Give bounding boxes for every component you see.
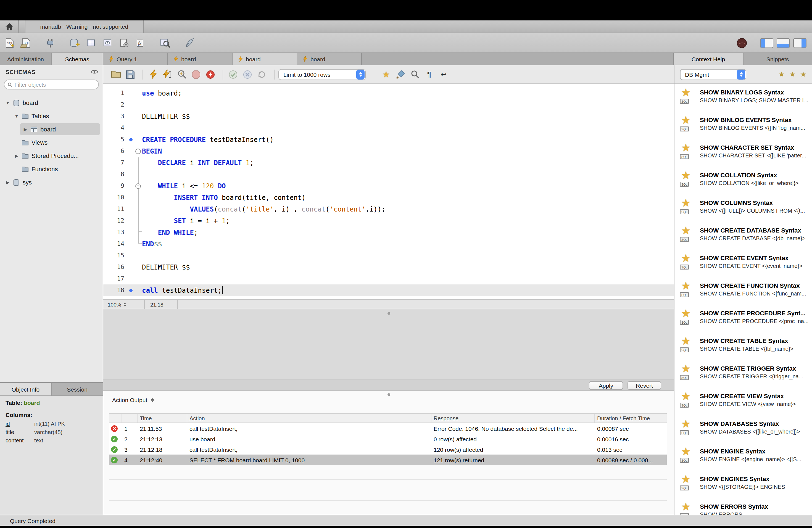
tree-item-stored-procedu-[interactable]: ▶Stored Procedu... [0, 149, 103, 162]
help-entry[interactable]: ★SQLSHOW CREATE FUNCTION SyntaxSHOW CREA… [675, 278, 812, 306]
sql-code-editor[interactable]: 1use board;23DELIMITER $$45CREATE PROCED… [103, 84, 674, 299]
open-script-icon[interactable] [110, 68, 122, 80]
code-line-6[interactable]: 6BEGIN [103, 145, 674, 157]
activity-indicator-icon[interactable] [735, 35, 749, 50]
find-icon[interactable] [409, 68, 421, 80]
toggle-autocommit-icon[interactable] [256, 68, 268, 80]
output-column-header[interactable] [122, 414, 137, 423]
code-line-8[interactable]: 8 [103, 168, 674, 180]
save-script-icon[interactable] [124, 68, 136, 80]
help-entry[interactable]: ★SQLSHOW ERRORS SyntaxSHOW ERRORS [675, 499, 812, 515]
schema-filter-input[interactable] [15, 82, 95, 88]
help-entry[interactable]: ★SQLSHOW CREATE PROCEDURE Synt...SHOW CR… [675, 306, 812, 334]
tab-session[interactable]: Session [52, 383, 103, 395]
code-line-15[interactable]: 15 [103, 250, 674, 261]
query-tab[interactable]: Query 1 [103, 53, 168, 64]
output-column-header[interactable] [109, 414, 122, 423]
snippet-replace-icon[interactable]: ★ [789, 70, 795, 78]
tree-item-board[interactable]: ▶board [0, 122, 103, 136]
code-line-17[interactable]: 17 [103, 273, 674, 284]
code-line-12[interactable]: 12 SET i = i + 1; [103, 215, 674, 226]
disclosure-triangle-icon[interactable]: ▶ [4, 180, 11, 185]
code-line-13[interactable]: 13 END WHILE; [103, 226, 674, 238]
output-column-header[interactable]: Duration / Fetch Time [595, 414, 667, 423]
disclosure-triangle-icon[interactable]: ▼ [4, 100, 11, 105]
help-entry[interactable]: ★SQLSHOW BINARY LOGS SyntaxSHOW BINARY L… [675, 85, 812, 113]
help-entry[interactable]: ★SQLSHOW DATABASES SyntaxSHOW DATABASES … [675, 416, 812, 444]
execute-script-icon[interactable] [147, 68, 159, 80]
new-procedure-icon[interactable] [117, 35, 131, 50]
tab-snippets[interactable]: Snippets [743, 53, 812, 64]
query-tab[interactable]: board [168, 53, 233, 64]
code-line-10[interactable]: 10 INSERT INTO board(title, content) [103, 192, 674, 203]
code-line-3[interactable]: 3DELIMITER $$ [103, 111, 674, 122]
code-fold-icon[interactable] [135, 148, 141, 154]
help-entry[interactable]: ★SQLSHOW CREATE TRIGGER SyntaxSHOW CREAT… [675, 361, 812, 389]
new-connection-icon[interactable] [43, 35, 57, 50]
schema-filter[interactable] [4, 79, 99, 89]
open-sql-file-icon[interactable]: SQL [19, 35, 33, 50]
splitter-grip[interactable] [387, 393, 390, 396]
toggle-stop-on-error-icon[interactable] [204, 68, 217, 80]
help-entry[interactable]: ★SQLSHOW CREATE DATABASE SyntaxSHOW CREA… [675, 223, 812, 251]
tab-context-help[interactable]: Context Help [674, 53, 743, 64]
save-snippet-icon[interactable]: ★ [380, 68, 392, 80]
query-tab[interactable]: board [297, 53, 362, 64]
output-selector-stepper-icon[interactable] [150, 398, 154, 402]
code-line-16[interactable]: 16DELIMITER $$ [103, 261, 674, 273]
help-entry[interactable]: ★SQLSHOW ENGINE SyntaxSHOW ENGINE <{engi… [675, 444, 812, 472]
new-query-tab-icon[interactable]: SQL [2, 35, 17, 50]
revert-button[interactable]: Revert [627, 381, 661, 390]
commit-icon[interactable] [227, 68, 239, 80]
execute-current-statement-icon[interactable] [161, 68, 173, 80]
code-line-11[interactable]: 11 VALUES(concat('title', i) , concat('c… [103, 203, 674, 215]
code-line-5[interactable]: 5CREATE PROCEDURE testDataInsert() [103, 134, 674, 145]
new-table-icon[interactable] [84, 35, 98, 50]
tree-item-board[interactable]: ▼board [0, 96, 103, 109]
output-row[interactable]: ✓321:12:18call testDataInsert;120 row(s)… [109, 444, 667, 455]
explain-plan-icon[interactable] [176, 68, 188, 80]
rollback-icon[interactable] [242, 68, 253, 80]
stop-query-icon[interactable] [190, 68, 202, 80]
help-entry[interactable]: ★SQLSHOW CREATE EVENT SyntaxSHOW CREATE … [675, 251, 812, 278]
help-entry[interactable]: ★SQLSHOW COLLATION SyntaxSHOW COLLATION … [675, 168, 812, 195]
tree-item-views[interactable]: Views [0, 136, 103, 149]
tree-item-tables[interactable]: ▼Tables [0, 109, 103, 122]
query-tab[interactable]: board [233, 53, 297, 64]
code-line-2[interactable]: 2 [103, 99, 674, 111]
output-row[interactable]: ✓221:12:13use board0 row(s) affected0.00… [109, 434, 667, 444]
output-column-header[interactable]: Action [187, 414, 431, 423]
help-entry[interactable]: ★SQLSHOW ENGINES SyntaxSHOW <{[STORAGE]}… [675, 472, 812, 499]
toggle-invisibles-icon[interactable]: ¶ [423, 68, 435, 80]
window-tab[interactable]: mariadb - Warning - not supported [25, 20, 144, 33]
tree-item-functions[interactable]: Functions [0, 162, 103, 176]
help-topic-dropdown[interactable]: DB Mgmt [680, 69, 746, 80]
output-column-header[interactable]: Time [137, 414, 187, 423]
zoom-control[interactable]: 100% [103, 300, 145, 309]
help-entry[interactable]: ★SQLSHOW COLUMNS SyntaxSHOW <{[FULL]}> C… [675, 195, 812, 223]
new-function-icon[interactable]: fx [134, 35, 148, 50]
help-entry[interactable]: ★SQLSHOW CREATE TABLE SyntaxSHOW CREATE … [675, 334, 812, 361]
row-limit-dropdown[interactable]: Limit to 1000 rows [278, 69, 366, 80]
code-line-9[interactable]: 9 WHILE i <= 120 DO [103, 180, 674, 192]
help-entry[interactable]: ★SQLSHOW CHARACTER SET SyntaxSHOW CHARAC… [675, 140, 812, 168]
snippet-insert-icon[interactable]: ★ [778, 70, 785, 78]
disclosure-triangle-icon[interactable]: ▼ [13, 114, 20, 118]
help-entry[interactable]: ★SQLSHOW BINLOG EVENTS SyntaxSHOW BINLOG… [675, 113, 812, 140]
search-table-data-icon[interactable] [158, 35, 172, 50]
disclosure-triangle-icon[interactable]: ▶ [13, 153, 20, 158]
apply-button[interactable]: Apply [589, 381, 623, 390]
new-schema-icon[interactable] [68, 35, 82, 50]
code-line-7[interactable]: 7 DECLARE i INT DEFAULT 1; [103, 157, 674, 168]
toggle-word-wrap-icon[interactable]: ↩ [437, 68, 450, 80]
disclosure-triangle-icon[interactable]: ▶ [22, 127, 29, 132]
toggle-bottom-panel-icon[interactable] [777, 38, 790, 48]
tab-object-info[interactable]: Object Info [0, 383, 52, 395]
toggle-right-sidebar-icon[interactable] [793, 38, 807, 48]
home-button[interactable] [0, 20, 19, 33]
toggle-left-sidebar-icon[interactable] [760, 38, 773, 48]
help-entry[interactable]: ★SQLSHOW CREATE VIEW SyntaxSHOW CREATE V… [675, 389, 812, 416]
migration-wizard-icon[interactable] [182, 35, 197, 50]
code-fold-icon[interactable] [135, 183, 141, 189]
new-view-icon[interactable] [101, 35, 115, 50]
